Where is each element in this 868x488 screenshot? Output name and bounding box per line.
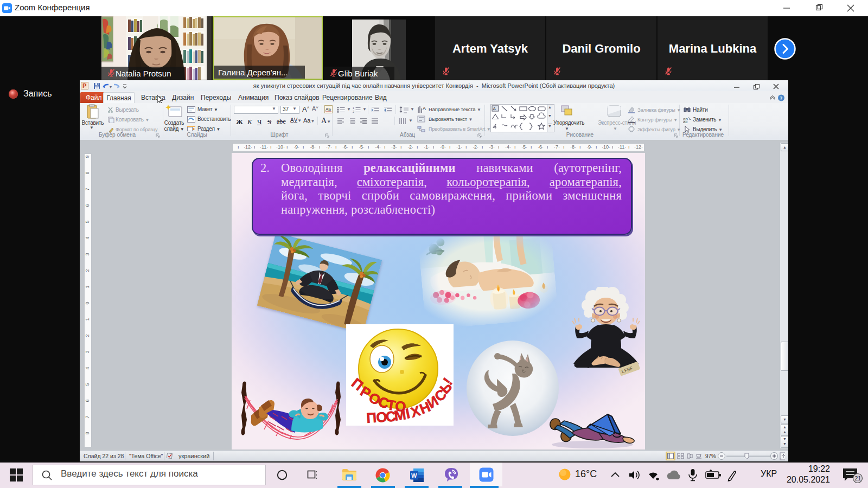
svg-text:A: A xyxy=(423,106,426,111)
svg-text:АБ: АБ xyxy=(326,107,331,112)
svg-text:21: 21 xyxy=(855,475,861,481)
svg-text:W: W xyxy=(411,472,417,479)
svg-text:2: 2 xyxy=(353,110,354,113)
svg-text:1: 1 xyxy=(353,106,354,110)
svg-text:?: ? xyxy=(780,96,783,101)
svg-text:ac: ac xyxy=(683,119,687,123)
svg-text:A: A xyxy=(493,106,496,111)
svg-text:97%: 97% xyxy=(705,453,716,459)
